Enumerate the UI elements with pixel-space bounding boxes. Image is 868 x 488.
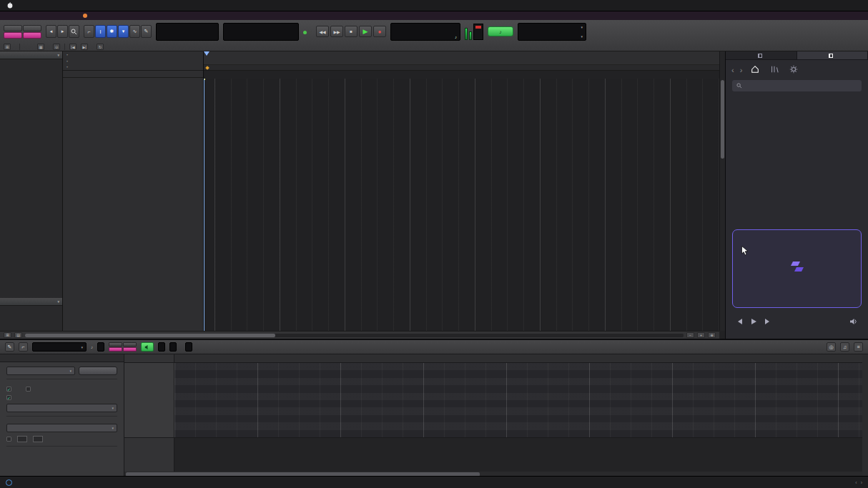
tuplet-numerator-field[interactable] — [17, 436, 27, 442]
playhead-marker[interactable] — [204, 51, 209, 56]
zoom-target-button[interactable]: ⊕ — [708, 332, 716, 338]
step-back-button[interactable]: |◀ — [69, 44, 77, 50]
midi-ruler-label[interactable] — [124, 354, 174, 363]
record-button[interactable]: ● — [373, 26, 386, 37]
mode-spot-button[interactable] — [23, 25, 41, 31]
mode-shuffle-button[interactable] — [109, 342, 122, 347]
grabber-tool-button[interactable]: ✱ — [107, 25, 117, 38]
chevron-down-icon[interactable]: ▾ — [57, 53, 59, 57]
tuplet-denominator-field[interactable] — [33, 436, 43, 442]
clips-icon — [758, 54, 762, 58]
midi-operations-tab[interactable] — [0, 354, 124, 362]
midi-out-led — [308, 31, 312, 34]
vertical-scrollbar[interactable] — [719, 51, 725, 331]
play-notes-while-editing-button[interactable] — [141, 342, 154, 352]
home-icon — [751, 65, 759, 74]
scrollbar-thumb[interactable] — [25, 334, 275, 337]
preserve-note-duration-checkbox[interactable]: ✓ — [6, 395, 11, 400]
note-on-checkbox[interactable]: ✓ — [6, 387, 11, 392]
link-timeline-button[interactable]: ⊞ — [4, 44, 11, 50]
edit-canvas[interactable] — [204, 79, 719, 331]
mode-spot-button[interactable] — [123, 342, 137, 347]
green-indicator[interactable]: ♪ — [488, 26, 513, 36]
mode-shuffle-button[interactable] — [4, 25, 22, 31]
tempo-note-icon: ♪ — [455, 35, 457, 39]
dock-previous-icon[interactable]: ‹ — [855, 480, 857, 485]
level-meters — [465, 24, 483, 40]
midi-note-grid[interactable] — [174, 363, 862, 437]
zoom-out-button[interactable]: − — [686, 332, 694, 338]
rewind-button[interactable]: ◀◀ — [316, 26, 329, 37]
tab-splice[interactable] — [797, 51, 868, 60]
track-height-button[interactable]: ▤ — [14, 332, 22, 338]
fast-forward-button[interactable]: ▶▶ — [330, 26, 343, 37]
search-with-sound-dropzone[interactable] — [732, 229, 862, 308]
midi-grid-value[interactable] — [169, 342, 177, 352]
splice-search-input[interactable] — [732, 80, 862, 91]
operation-select[interactable]: ▾ — [6, 367, 75, 375]
mode-slip-button[interactable] — [109, 347, 122, 352]
selector-tool-button[interactable]: I — [95, 25, 106, 38]
zoom-in-arrow-button[interactable]: ▸ — [57, 25, 68, 38]
pencil-tool-button[interactable]: ✎ — [141, 25, 152, 38]
note-duration-display[interactable] — [158, 342, 165, 352]
quantize-grid-select[interactable]: ▾ — [6, 424, 117, 432]
quantize-what-select[interactable]: ▾ — [6, 404, 117, 412]
tab-clips[interactable] — [726, 51, 797, 60]
back-button[interactable]: ‹ — [731, 66, 734, 74]
step-forward-button[interactable]: ▶| — [81, 44, 88, 50]
marker-icon[interactable] — [205, 66, 209, 70]
edit-toolbar: ◂ ▸ ⌐ I ✱ ▾ ∿ ✎ ◀◀ ▶▶ ■ ▶ — [0, 20, 868, 51]
note-off-checkbox[interactable] — [26, 387, 31, 392]
nav-library[interactable] — [770, 65, 779, 75]
nav-settings[interactable] — [789, 65, 798, 75]
nav-home[interactable] — [751, 65, 759, 75]
default-velocity-display[interactable] — [97, 342, 104, 352]
zoomer-tool-button[interactable] — [69, 25, 79, 38]
volume-icon[interactable] — [849, 318, 858, 325]
mode-grid-button[interactable] — [23, 32, 41, 39]
loop-playback-button[interactable]: ↻ — [97, 44, 104, 50]
tuplet-checkbox[interactable] — [6, 437, 11, 442]
play-sample-button[interactable] — [750, 318, 757, 325]
midi-nudge-value[interactable] — [185, 342, 192, 352]
trim-tool-button[interactable]: ⌐ — [84, 25, 94, 38]
play-button[interactable]: ▶ — [359, 26, 372, 37]
target-button[interactable]: ◎ — [827, 342, 836, 352]
delay-compensation-button[interactable]: ⊙ — [53, 44, 60, 50]
list-view-button[interactable]: ≡ — [854, 342, 863, 352]
forward-button[interactable]: › — [740, 66, 743, 74]
apple-menu-icon[interactable] — [7, 2, 13, 9]
splice-navigation: ‹ › — [726, 60, 868, 78]
midi-track-selector[interactable]: ▾ — [32, 342, 87, 352]
scroll-options-button[interactable]: ⊞ — [4, 332, 11, 338]
chevron-down-icon: ▾ — [112, 426, 114, 430]
previous-sample-button[interactable] — [736, 318, 743, 325]
track-lanes — [204, 79, 719, 331]
mode-grid-button[interactable] — [123, 347, 137, 352]
zoom-out-arrow-button[interactable]: ◂ — [46, 25, 56, 38]
horizontal-scrollbar[interactable] — [25, 334, 684, 337]
trim-tool-button[interactable]: ⌐ — [19, 342, 28, 352]
mode-slip-button[interactable] — [4, 32, 22, 39]
window-titlebar[interactable] — [0, 11, 868, 20]
smart-tool-button[interactable]: ▾ — [118, 25, 129, 38]
dock-next-icon[interactable]: › — [861, 480, 862, 485]
next-sample-button[interactable] — [764, 318, 771, 325]
chevron-down-icon[interactable]: ▾ — [57, 299, 59, 304]
target-window-icon[interactable] — [6, 479, 12, 486]
midi-ruler[interactable] — [174, 354, 862, 363]
main-counter[interactable] — [156, 23, 219, 41]
apply-button[interactable] — [79, 367, 117, 375]
chevron-down-icon: ▾ — [69, 369, 71, 373]
velocity-lane[interactable] — [174, 437, 862, 472]
timeline-insertion-button[interactable]: ▦ — [37, 44, 44, 50]
scrubber-tool-button[interactable]: ∿ — [129, 25, 140, 38]
edit-mode-buttons — [4, 25, 41, 39]
pencil-tool-button[interactable]: ✎ — [5, 342, 14, 352]
notation-view-button[interactable]: ♫ — [840, 342, 849, 352]
stop-button[interactable]: ■ — [345, 26, 357, 37]
timeline-ruler[interactable] — [204, 51, 719, 71]
velocity-lane-label[interactable] — [124, 437, 174, 444]
zoom-in-button[interactable]: + — [697, 332, 705, 338]
